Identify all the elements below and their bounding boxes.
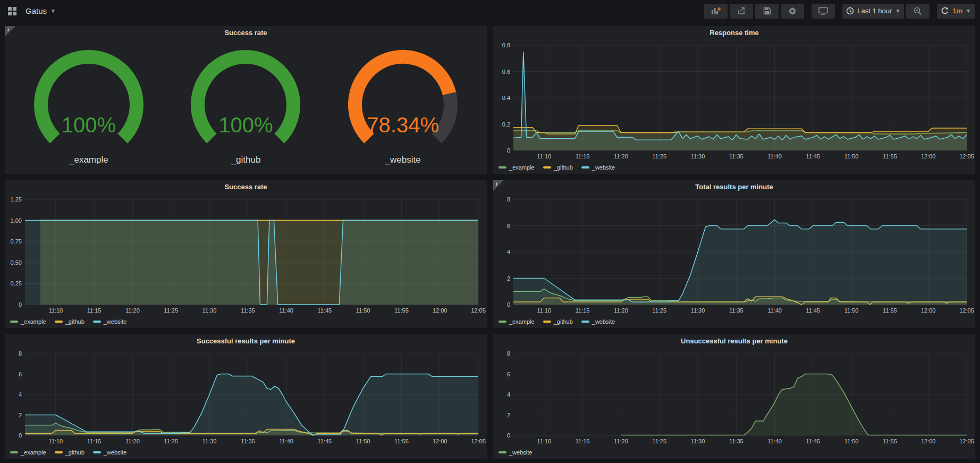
legend-item[interactable]: _github — [543, 164, 573, 171]
svg-text:12:05: 12:05 — [959, 438, 974, 444]
svg-text:11:20: 11:20 — [125, 438, 140, 444]
legend-item[interactable]: _github — [543, 318, 573, 325]
svg-text:11:45: 11:45 — [806, 307, 820, 314]
svg-text:11:30: 11:30 — [691, 153, 705, 159]
dashboard-title-dropdown[interactable]: Gatus ▼ — [26, 6, 56, 15]
svg-text:12:00: 12:00 — [433, 307, 447, 314]
share-button[interactable] — [730, 4, 753, 19]
svg-text:11:50: 11:50 — [844, 153, 859, 159]
svg-text:11:50: 11:50 — [356, 307, 370, 314]
gauge-label: _example — [69, 155, 108, 165]
panel-title[interactable]: Success rate — [5, 180, 487, 194]
settings-gear-icon[interactable] — [781, 4, 804, 19]
svg-text:11:55: 11:55 — [883, 438, 897, 444]
legend-swatch — [499, 451, 506, 453]
navbar-right: Last 1 hour ▼ 1m ▼ — [697, 4, 975, 19]
svg-text:8: 8 — [507, 196, 510, 203]
refresh-button[interactable]: 1m ▼ — [937, 4, 975, 19]
svg-text:11:25: 11:25 — [652, 153, 666, 159]
svg-text:11:10: 11:10 — [537, 438, 551, 444]
panel-title[interactable]: Success rate — [5, 26, 487, 40]
refresh-icon — [941, 7, 949, 15]
svg-text:6: 6 — [507, 371, 510, 377]
svg-text:12:00: 12:00 — [433, 438, 447, 444]
svg-text:11:50: 11:50 — [844, 307, 859, 314]
legend-series-name: _github — [65, 449, 85, 456]
svg-text:11:15: 11:15 — [576, 153, 590, 159]
legend-swatch — [10, 451, 18, 453]
svg-text:12:00: 12:00 — [921, 307, 936, 314]
save-button[interactable] — [755, 4, 779, 19]
chart-area[interactable]: 11:1011:1511:2011:2511:3011:3511:4011:45… — [5, 348, 487, 446]
svg-text:11:50: 11:50 — [356, 438, 370, 444]
legend-item[interactable]: _github — [55, 318, 85, 325]
legend-item[interactable]: _website — [93, 449, 126, 456]
svg-text:11:15: 11:15 — [576, 438, 590, 444]
svg-text:11:35: 11:35 — [241, 438, 255, 444]
svg-text:8: 8 — [19, 350, 22, 357]
panel-title[interactable]: Response time — [493, 26, 975, 40]
svg-text:11:45: 11:45 — [806, 153, 820, 159]
clock-icon — [846, 7, 854, 15]
legend-item[interactable]: _website — [499, 449, 532, 456]
gauge-value: 100% — [12, 113, 166, 137]
legend-item[interactable]: _example — [499, 318, 535, 325]
legend-item[interactable]: _example — [10, 318, 46, 325]
svg-text:11:55: 11:55 — [394, 307, 409, 314]
panel-title[interactable]: Successful results per minute — [5, 334, 487, 348]
svg-text:0.2: 0.2 — [502, 121, 510, 128]
svg-text:11:45: 11:45 — [317, 307, 332, 314]
svg-text:4: 4 — [19, 391, 22, 398]
gauge-github: 100% _github — [168, 47, 323, 165]
legend-item[interactable]: _website — [581, 164, 615, 171]
legend-item[interactable]: _github — [55, 449, 85, 456]
svg-text:0.8: 0.8 — [502, 42, 510, 48]
svg-text:11:20: 11:20 — [125, 307, 140, 314]
chart-area[interactable]: 11:1011:1511:2011:2511:3011:3511:4011:45… — [493, 40, 975, 161]
svg-text:11:35: 11:35 — [729, 153, 744, 159]
chart-legend: _example_github_website — [5, 446, 487, 459]
panel-unsuccessful-results: Unsuccessful results per minute 11:1011:… — [493, 334, 975, 459]
time-range-picker[interactable]: Last 1 hour ▼ — [842, 4, 904, 19]
tv-mode-icon[interactable] — [812, 4, 835, 19]
legend-series-name: _example — [21, 318, 46, 325]
svg-text:11:20: 11:20 — [614, 307, 628, 314]
chart-area[interactable]: 11:1011:1511:2011:2511:3011:3511:4011:45… — [5, 194, 487, 315]
svg-text:11:15: 11:15 — [576, 307, 590, 314]
chart-area[interactable]: 11:1011:1511:2011:2511:3011:3511:4011:45… — [493, 348, 975, 446]
dashboard-grid: i Success rate 100% _example 100% _githu… — [0, 22, 980, 463]
refresh-group: 1m ▼ — [937, 4, 975, 19]
gauge-website: 78.34% _website — [326, 47, 480, 165]
svg-text:11:40: 11:40 — [767, 153, 782, 159]
legend-item[interactable]: _website — [581, 318, 615, 325]
gauge-label: _website — [385, 155, 421, 165]
chart-legend: _example_github_website — [5, 315, 487, 328]
gauge-example: 100% _example — [12, 47, 166, 165]
svg-text:11:25: 11:25 — [652, 307, 666, 314]
legend-series-name: _github — [65, 318, 85, 325]
legend-item[interactable]: _example — [10, 449, 46, 456]
zoom-out-button[interactable] — [906, 4, 930, 19]
svg-text:0: 0 — [507, 301, 510, 308]
svg-text:12:00: 12:00 — [921, 153, 936, 159]
panel-info-icon[interactable] — [493, 180, 504, 191]
panel-title[interactable]: Total results per minute — [493, 180, 975, 194]
legend-item[interactable]: _example — [499, 164, 535, 171]
chart-area[interactable]: 11:1011:1511:2011:2511:3011:3511:4011:45… — [493, 194, 975, 315]
legend-series-name: _github — [554, 164, 573, 171]
svg-text:0: 0 — [19, 301, 22, 308]
panel-successful-results: Successful results per minute 11:1011:15… — [5, 334, 487, 459]
legend-item[interactable]: _website — [93, 318, 126, 325]
svg-text:11:10: 11:10 — [537, 307, 551, 314]
legend-swatch — [55, 451, 63, 453]
svg-text:11:25: 11:25 — [164, 438, 178, 444]
svg-text:0: 0 — [507, 432, 510, 439]
svg-text:11:25: 11:25 — [652, 438, 666, 444]
panel-info-icon[interactable] — [5, 26, 15, 37]
panel-response-time: Response time 11:1011:1511:2011:2511:301… — [493, 26, 975, 174]
svg-text:0.75: 0.75 — [11, 238, 22, 245]
apps-grid-icon[interactable] — [5, 4, 19, 18]
add-panel-button[interactable] — [704, 4, 728, 19]
svg-text:11:20: 11:20 — [614, 438, 628, 444]
panel-title[interactable]: Unsuccessful results per minute — [493, 334, 975, 348]
